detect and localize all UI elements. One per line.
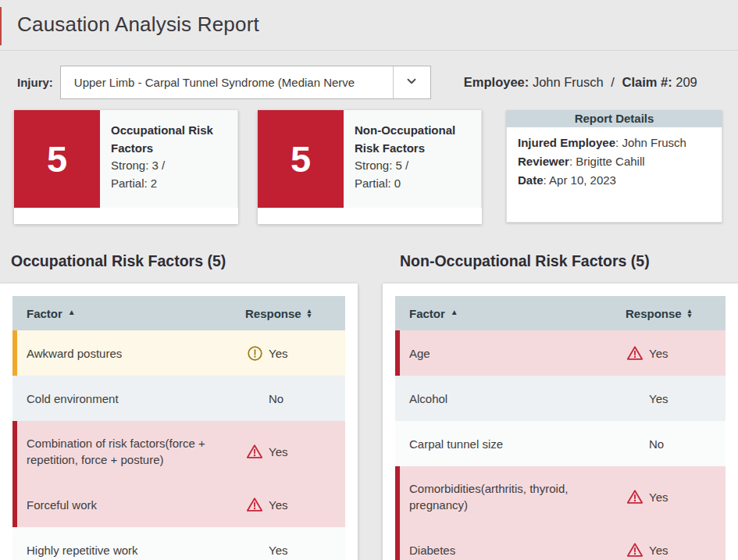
icon-spacer — [626, 390, 649, 407]
report-details-title: Report Details — [506, 110, 722, 127]
factor-cell: Age — [409, 345, 626, 362]
factor-column-header[interactable]: Factor ▲ — [409, 307, 626, 320]
partial-line: Partial: 0 — [355, 175, 470, 193]
response-column-header[interactable]: Response ▲▼ — [626, 307, 713, 320]
date-label: Date — [518, 173, 544, 187]
card-body: Occupational Risk Factors Strong: 3 / Pa… — [100, 110, 238, 208]
claim-number: 209 — [676, 75, 697, 89]
response-value: Yes — [269, 445, 287, 458]
response-value: No — [649, 437, 664, 451]
strong-line: Strong: 3 / — [111, 157, 226, 175]
response-value: No — [269, 392, 283, 405]
factor-cell: Highly repetitive work — [27, 542, 245, 558]
page-header: Causation Analysis Report — [0, 0, 738, 51]
non-occupational-section: Non-Occupational Risk Factors (5) Factor… — [383, 240, 738, 558]
response-value: Yes — [269, 347, 287, 360]
warning-triangle-icon — [245, 443, 264, 460]
employee-name: John Frusch — [533, 75, 604, 89]
factor-header-label: Factor — [409, 307, 445, 320]
warning-triangle-icon — [626, 541, 644, 558]
reviewer-label: Reviewer — [518, 155, 569, 168]
warning-triangle-icon — [626, 344, 644, 362]
sort-down-glyph: ▼ — [686, 313, 693, 319]
table-row: Cold environment No — [12, 376, 345, 421]
injured-employee-value: John Frusch — [622, 136, 686, 149]
response-value: Yes — [649, 544, 668, 557]
occupational-summary-card: 5 Occupational Risk Factors Strong: 3 / … — [14, 110, 238, 224]
report-details-body: Injured Employee: John Frusch Reviewer: … — [506, 127, 722, 223]
reviewer-line: Reviewer: Brigitte Cahill — [518, 152, 711, 171]
non-occupational-section-heading: Non-Occupational Risk Factors (5) — [383, 240, 738, 284]
claim-label: Claim #: — [622, 75, 672, 89]
response-header-label: Response — [626, 307, 682, 320]
occupational-count: 5 — [14, 110, 100, 208]
response-cell: Yes — [626, 541, 713, 558]
separator: / — [611, 75, 615, 89]
icon-spacer — [245, 541, 269, 558]
warning-triangle-icon — [245, 496, 264, 513]
factor-cell: Alcohol — [409, 391, 626, 407]
injury-select[interactable]: Upper Limb - Carpal Tunnel Syndrome (Med… — [60, 66, 431, 99]
strong-line: Strong: 5 / — [355, 157, 470, 175]
factor-cell: Awkward postures — [27, 345, 245, 362]
table-row: Forceful work Yes — [12, 482, 345, 527]
chevron-down-icon — [405, 74, 419, 91]
response-value: Yes — [649, 490, 668, 504]
table-header: Factor ▲ Response ▲▼ — [395, 296, 726, 330]
page-title: Causation Analysis Report — [17, 12, 721, 37]
non-occupational-summary-card: 5 Non-Occupational Risk Factors Strong: … — [258, 110, 482, 224]
sort-ascending-icon: ▲ — [68, 308, 76, 316]
table-row: Comorbidities(arthritis, thyroid, pregna… — [395, 466, 726, 527]
factor-cell: Combination of risk factors(force + repe… — [27, 435, 245, 468]
non-occupational-count: 5 — [258, 110, 344, 208]
causation-analysis-page: Causation Analysis Report Injury: Upper … — [0, 0, 738, 560]
sort-both-icon: ▲▼ — [306, 309, 312, 319]
factor-cell: Forceful work — [27, 497, 245, 513]
table-row: Highly repetitive work Yes — [12, 527, 345, 560]
sort-down-glyph: ▼ — [306, 313, 312, 319]
response-value: Yes — [649, 392, 668, 405]
response-cell: Yes — [245, 496, 333, 513]
alert-circle-icon — [245, 344, 264, 362]
card-title: Occupational Risk Factors — [111, 122, 226, 157]
icon-spacer — [626, 435, 649, 452]
factor-cell: Cold environment — [27, 391, 245, 407]
card-footer — [14, 208, 238, 224]
colon: : — [569, 155, 576, 168]
factor-cell: Diabetes — [409, 542, 626, 558]
response-cell: Yes — [245, 344, 333, 362]
table-row: Alcohol Yes — [395, 376, 726, 421]
response-cell: Yes — [245, 443, 333, 460]
response-header-label: Response — [245, 307, 301, 320]
occupational-section: Occupational Risk Factors (5) Factor ▲ R… — [0, 240, 358, 558]
factor-column-header[interactable]: Factor ▲ — [27, 307, 245, 320]
reviewer-value: Brigitte Cahill — [576, 155, 644, 168]
injured-employee-line: Injured Employee: John Frusch — [518, 134, 711, 152]
injury-label: Injury: — [17, 76, 53, 89]
warning-triangle-icon — [626, 488, 644, 505]
response-cell: No — [626, 435, 713, 452]
response-value: Yes — [649, 347, 668, 360]
sort-ascending-icon: ▲ — [451, 308, 458, 316]
injury-select-value: Upper Limb - Carpal Tunnel Syndrome (Med… — [61, 66, 393, 98]
injured-employee-label: Injured Employee — [518, 136, 615, 149]
injury-select-toggle[interactable] — [393, 66, 430, 98]
table-row: Carpal tunnel size No — [395, 421, 726, 466]
response-cell: Yes — [245, 541, 333, 558]
toolbar: Injury: Upper Limb - Carpal Tunnel Syndr… — [0, 51, 738, 99]
table-row: Diabetes Yes — [395, 527, 726, 560]
card-main: 5 Occupational Risk Factors Strong: 3 / … — [14, 110, 238, 208]
report-details-card: Report Details Injured Employee: John Fr… — [506, 110, 722, 223]
response-value: Yes — [269, 544, 287, 557]
employee-label: Employee: — [464, 75, 529, 89]
card-footer — [258, 208, 482, 224]
date-line: Date: Apr 10, 2023 — [518, 171, 711, 190]
response-cell: Yes — [626, 488, 713, 505]
column-gap — [358, 240, 383, 558]
summary-row: 5 Occupational Risk Factors Strong: 3 / … — [0, 99, 738, 224]
occupational-panel: Factor ▲ Response ▲▼ Awkward postures — [0, 284, 358, 560]
response-column-header[interactable]: Response ▲▼ — [245, 307, 333, 320]
sort-both-icon: ▲▼ — [686, 309, 693, 319]
card-title: Non-Occupational Risk Factors — [355, 122, 470, 157]
content: Occupational Risk Factors (5) Factor ▲ R… — [0, 240, 738, 558]
